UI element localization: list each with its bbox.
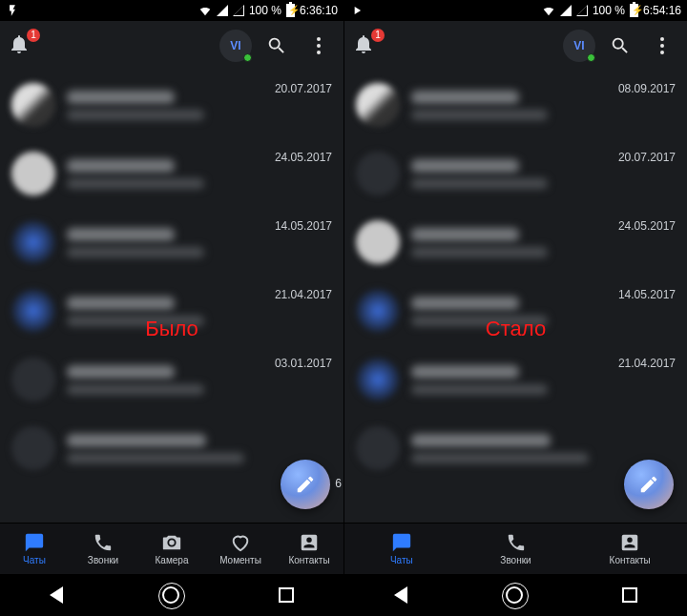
nav-back-button[interactable]: [394, 586, 407, 604]
chat-row[interactable]: 20.07.2017: [344, 139, 687, 208]
tab-moments[interactable]: Моменты: [206, 524, 275, 574]
notification-app-icon: [6, 4, 19, 17]
status-bar: 100 % ⚡ 6:54:16: [344, 0, 687, 21]
kebab-icon: [651, 37, 674, 54]
battery-percent: 100 %: [593, 4, 625, 17]
wifi-icon: [542, 4, 555, 17]
avatar: [11, 426, 55, 470]
chat-row[interactable]: 24.05.2017: [0, 139, 344, 208]
search-button[interactable]: [260, 29, 294, 63]
notifications-badge: 1: [27, 29, 40, 42]
avatar: [356, 289, 400, 333]
avatar: [11, 220, 55, 264]
chat-row[interactable]: 03.01.2017: [0, 345, 344, 414]
presence-dot: [587, 53, 595, 62]
contact-icon: [619, 532, 640, 553]
notifications-button[interactable]: 1: [8, 32, 34, 59]
top-bar: 1 VI: [0, 21, 344, 71]
status-bar: 100 % ⚡ 6:36:10: [0, 0, 344, 21]
battery-percent: 100 %: [249, 4, 281, 17]
tab-label: Чаты: [23, 555, 46, 565]
chat-preview: [67, 228, 263, 257]
chat-preview: [411, 91, 607, 120]
nav-back-button[interactable]: [50, 586, 63, 604]
nav-home-button[interactable]: [506, 586, 523, 604]
search-icon: [610, 35, 631, 56]
notification-app-icon: [350, 4, 364, 17]
tab-label: Чаты: [390, 555, 413, 565]
presence-dot: [243, 53, 252, 62]
chat-list[interactable]: 08.09.2017 20.07.2017 24.05.2017 14.05.2…: [344, 71, 687, 523]
phone-icon: [506, 532, 527, 553]
nav-recent-button[interactable]: [279, 587, 294, 603]
chat-row[interactable]: 14.05.2017: [0, 208, 344, 277]
battery-icon: ⚡: [286, 4, 295, 17]
avatar: [356, 220, 400, 264]
avatar-initials: VI: [573, 39, 584, 52]
phone-icon: [93, 532, 114, 553]
tab-label: Моменты: [219, 555, 261, 565]
tab-calls[interactable]: Звонки: [459, 524, 573, 574]
clock: 6:54:16: [643, 4, 681, 17]
tab-contacts[interactable]: Контакты: [572, 524, 687, 574]
chat-preview: [411, 434, 664, 463]
avatar: [356, 83, 400, 127]
avatar: [11, 358, 55, 401]
bottom-nav: Чаты Звонки Камера Моменты Контакты: [0, 523, 344, 574]
chat-date: 21.04.2017: [618, 357, 676, 370]
overflow-button[interactable]: [645, 29, 679, 63]
avatar-initials: VI: [230, 39, 240, 52]
chat-date: 24.05.2017: [275, 151, 332, 164]
heart-icon: [230, 532, 251, 553]
contact-icon: [299, 532, 320, 553]
chat-row[interactable]: 14.05.2017: [344, 277, 687, 345]
tab-chats[interactable]: Чаты: [0, 524, 69, 574]
chat-preview: [67, 297, 263, 326]
avatar: [356, 152, 400, 195]
bottom-nav: Чаты Звонки Контакты: [344, 523, 687, 574]
chat-row[interactable]: 20.07.2017: [0, 71, 344, 139]
self-avatar[interactable]: VI: [219, 30, 252, 62]
tab-label: Камера: [156, 555, 189, 565]
chat-date: 20.07.2017: [618, 151, 676, 164]
tab-label: Контакты: [610, 555, 651, 565]
self-avatar[interactable]: VI: [563, 30, 595, 62]
chat-row[interactable]: 21.04.2017: [344, 345, 687, 414]
tab-calls[interactable]: Звонки: [69, 524, 137, 574]
search-button[interactable]: [603, 29, 637, 63]
clock: 6:36:10: [300, 4, 338, 17]
phone-after: 100 % ⚡ 6:54:16 1 VI 08.09.2017 20.07.2: [344, 0, 687, 616]
battery-icon: ⚡: [630, 4, 638, 17]
tab-chats[interactable]: Чаты: [344, 524, 459, 574]
chat-icon: [391, 532, 412, 553]
system-nav: [344, 574, 687, 616]
tab-label: Звонки: [500, 555, 531, 565]
tab-label: Звонки: [88, 555, 118, 565]
compose-fab[interactable]: [624, 460, 674, 509]
chat-row[interactable]: 24.05.2017: [344, 208, 687, 277]
chat-preview: [67, 159, 263, 189]
signal-icon: [560, 5, 572, 16]
chat-row[interactable]: 21.04.2017: [0, 277, 344, 345]
chat-date: 14.05.2017: [618, 288, 676, 301]
nav-home-button[interactable]: [162, 586, 179, 604]
nav-recent-button[interactable]: [622, 587, 637, 603]
compose-fab[interactable]: [281, 460, 330, 509]
tab-label: Контакты: [288, 555, 329, 565]
tab-camera[interactable]: Камера: [137, 524, 206, 574]
chat-row[interactable]: 08.09.2017: [344, 71, 687, 139]
chat-list[interactable]: 20.07.2017 24.05.2017 14.05.2017 21.04.2…: [0, 71, 344, 523]
overflow-button[interactable]: [302, 29, 336, 63]
notifications-badge: 1: [371, 29, 385, 42]
avatar: [11, 83, 55, 127]
kebab-icon: [307, 37, 330, 54]
avatar: [356, 426, 400, 470]
system-nav: [0, 574, 344, 616]
avatar: [11, 152, 55, 195]
camera-icon: [161, 532, 182, 553]
chat-date: 24.05.2017: [618, 219, 676, 233]
tab-contacts[interactable]: Контакты: [275, 524, 344, 574]
search-icon: [266, 35, 287, 56]
chat-date: 20.07.2017: [275, 82, 332, 95]
notifications-button[interactable]: 1: [352, 32, 379, 59]
